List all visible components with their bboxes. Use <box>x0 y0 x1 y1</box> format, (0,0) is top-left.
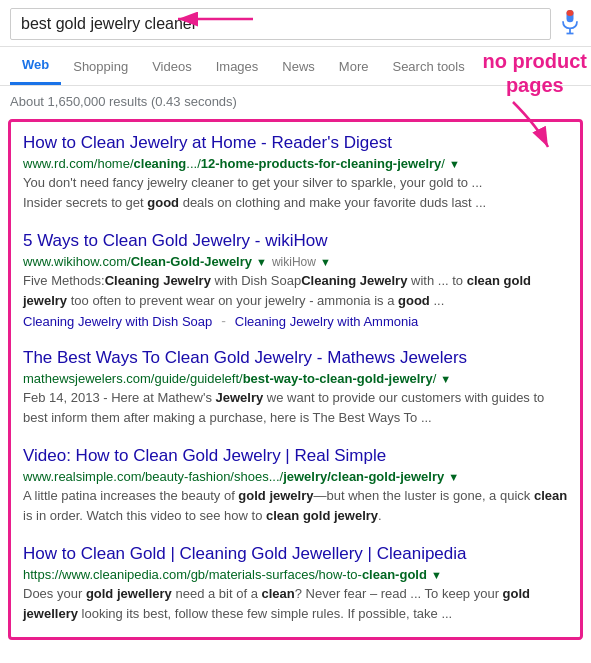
result-count: About 1,650,000 results (0.43 seconds) <box>0 86 591 115</box>
result-item: Video: How to Clean Gold Jewelry | Real … <box>23 445 568 525</box>
result-title[interactable]: How to Clean Gold | Cleaning Gold Jewell… <box>23 543 568 565</box>
result-snippet: You don't need fancy jewelry cleaner to … <box>23 173 568 212</box>
result-snippet: Five Methods:Cleaning Jewelry with Dish … <box>23 271 568 310</box>
result-url: mathewsjewelers.com/guide/guideleft/best… <box>23 371 436 386</box>
result-title[interactable]: The Best Ways To Clean Gold Jewelry - Ma… <box>23 347 568 369</box>
result-url-row: https://www.cleanipedia.com/gb/materials… <box>23 567 568 582</box>
result-sub-links: Cleaning Jewelry with Dish Soap - Cleani… <box>23 313 568 329</box>
result-item: How to Clean Gold | Cleaning Gold Jewell… <box>23 543 568 623</box>
site-badge: wikiHow <box>272 255 316 269</box>
tab-news[interactable]: News <box>270 49 327 84</box>
result-title[interactable]: 5 Ways to Clean Gold Jewelry - wikiHow <box>23 230 568 252</box>
result-title[interactable]: Video: How to Clean Gold Jewelry | Real … <box>23 445 568 467</box>
tab-more[interactable]: More <box>327 49 381 84</box>
result-dropdown-arrow[interactable]: ▼ <box>449 158 460 170</box>
tab-images[interactable]: Images <box>204 49 271 84</box>
result-url: www.wikihow.com/Clean-Gold-Jewelry <box>23 254 252 269</box>
result-item: The Best Ways To Clean Gold Jewelry - Ma… <box>23 347 568 427</box>
result-url: https://www.cleanipedia.com/gb/materials… <box>23 567 427 582</box>
result-item: 5 Ways to Clean Gold Jewelry - wikiHow w… <box>23 230 568 329</box>
result-snippet: Does your gold jewellery need a bit of a… <box>23 584 568 623</box>
result-url: www.realsimple.com/beauty-fashion/shoes.… <box>23 469 444 484</box>
result-snippet: Feb 14, 2013 - Here at Mathew's Jewelry … <box>23 388 568 427</box>
tab-web[interactable]: Web <box>10 47 61 85</box>
result-dropdown-arrow[interactable]: ▼ <box>440 373 451 385</box>
tab-search-tools[interactable]: Search tools <box>380 49 476 84</box>
tab-videos[interactable]: Videos <box>140 49 204 84</box>
result-url: www.rd.com/home/cleaning.../12-home-prod… <box>23 156 445 171</box>
result-title[interactable]: How to Clean Jewelry at Home - Reader's … <box>23 132 568 154</box>
svg-rect-1 <box>567 9 574 15</box>
search-input[interactable] <box>10 8 551 40</box>
result-dropdown-arrow[interactable]: ▼ <box>431 569 442 581</box>
microphone-button[interactable] <box>559 9 581 40</box>
result-dropdown-arrow[interactable]: ▼ <box>448 471 459 483</box>
result-url-row: mathewsjewelers.com/guide/guideleft/best… <box>23 371 568 386</box>
search-bar <box>0 0 591 47</box>
site-badge-arrow[interactable]: ▼ <box>320 256 331 268</box>
result-url-row: www.wikihow.com/Clean-Gold-Jewelry ▼ wik… <box>23 254 568 269</box>
result-url-row: www.rd.com/home/cleaning.../12-home-prod… <box>23 156 568 171</box>
result-url-row: www.realsimple.com/beauty-fashion/shoes.… <box>23 469 568 484</box>
sub-link[interactable]: Cleaning Jewelry with Dish Soap <box>23 314 212 329</box>
tab-shopping[interactable]: Shopping <box>61 49 140 84</box>
result-snippet: A little patina increases the beauty of … <box>23 486 568 525</box>
result-item: How to Clean Jewelry at Home - Reader's … <box>23 132 568 212</box>
sub-link[interactable]: Cleaning Jewelry with Ammonia <box>235 314 419 329</box>
result-dropdown-arrow[interactable]: ▼ <box>256 256 267 268</box>
tabs-bar: Web Shopping Videos Images News More Sea… <box>0 47 591 86</box>
results-container: How to Clean Jewelry at Home - Reader's … <box>8 119 583 640</box>
